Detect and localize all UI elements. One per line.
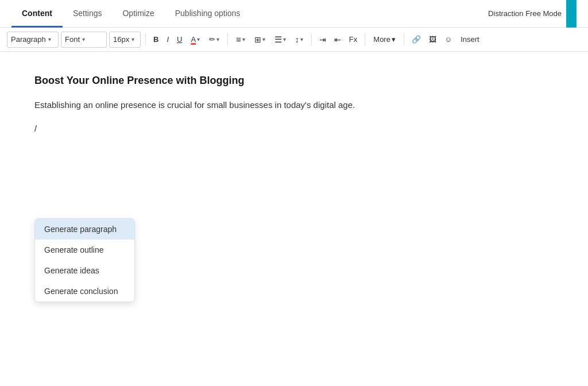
size-select[interactable]: 16px ▾: [109, 32, 141, 48]
emoji-icon: ☺: [444, 35, 452, 44]
italic-icon: I: [167, 35, 169, 44]
editor-cursor-line: /: [34, 123, 554, 133]
font-color-caret-icon: ▾: [197, 36, 200, 43]
more-button[interactable]: More ▾: [370, 32, 399, 48]
editor-area[interactable]: Boost Your Online Presence with Blogging…: [0, 52, 588, 339]
list-button[interactable]: ☰ ▾: [271, 32, 289, 48]
insert-label: Insert: [461, 35, 479, 44]
clear-format-icon: Fx: [349, 35, 357, 44]
ai-option-generate-outline[interactable]: Generate outline: [35, 240, 134, 260]
bold-icon: B: [153, 35, 158, 44]
link-button[interactable]: 🔗: [409, 32, 424, 48]
list-caret-icon: ▾: [283, 36, 286, 43]
line-height-icon: ↕: [295, 35, 299, 44]
distraction-free-label: Distraction Free Mode: [488, 9, 562, 18]
more-label: More: [373, 35, 390, 44]
distraction-free-section: Distraction Free Mode: [488, 0, 577, 28]
align-caret-icon: ▾: [242, 36, 245, 43]
list-icon: ☰: [274, 34, 282, 45]
ai-dropdown: Generate paragraph Generate outline Gene…: [34, 218, 135, 302]
indent-button[interactable]: ⇥: [316, 32, 329, 48]
columns-icon: ⊞: [254, 35, 261, 44]
font-caret-icon: ▾: [82, 36, 85, 43]
more-caret-icon: ▾: [392, 35, 396, 44]
line-height-button[interactable]: ↕ ▾: [292, 32, 307, 48]
tab-content[interactable]: Content: [11, 1, 63, 28]
editor-title: Boost Your Online Presence with Blogging: [34, 75, 554, 87]
underline-icon: U: [177, 35, 182, 44]
ai-option-generate-ideas[interactable]: Generate ideas: [35, 260, 134, 281]
font-select[interactable]: Font ▾: [61, 32, 107, 48]
line-height-caret-icon: ▾: [300, 36, 303, 43]
ai-option-generate-paragraph[interactable]: Generate paragraph: [35, 219, 134, 240]
size-caret-icon: ▾: [131, 36, 134, 43]
font-color-label: A: [191, 35, 196, 44]
size-select-label: 16px: [113, 35, 129, 44]
bold-button[interactable]: B: [150, 32, 161, 48]
font-color-button[interactable]: A ▾: [187, 32, 203, 48]
divider-1: [145, 33, 146, 46]
link-icon: 🔗: [412, 35, 421, 44]
italic-button[interactable]: I: [164, 32, 172, 48]
paragraph-caret-icon: ▾: [48, 36, 51, 43]
outdent-button[interactable]: ⇤: [331, 32, 344, 48]
clear-format-button[interactable]: Fx: [346, 32, 360, 48]
align-icon: ≡: [236, 34, 241, 44]
distraction-free-button[interactable]: [566, 0, 577, 28]
columns-caret-icon: ▾: [262, 36, 265, 43]
paragraph-select-label: Paragraph: [11, 35, 46, 44]
top-nav: Content Settings Optimize Publishing opt…: [0, 0, 588, 28]
emoji-button[interactable]: ☺: [442, 32, 455, 48]
indent-icon: ⇥: [319, 35, 326, 44]
underline-button[interactable]: U: [174, 32, 185, 48]
toolbar: Paragraph ▾ Font ▾ 16px ▾ B I U A ▾ ✏ ▾ …: [0, 28, 588, 52]
highlight-button[interactable]: ✏ ▾: [206, 32, 223, 48]
align-button[interactable]: ≡ ▾: [233, 32, 249, 48]
nav-tabs: Content Settings Optimize Publishing opt…: [11, 1, 488, 27]
tab-optimize[interactable]: Optimize: [112, 1, 164, 28]
outdent-icon: ⇤: [334, 35, 341, 44]
divider-3: [311, 33, 312, 46]
divider-5: [404, 33, 404, 46]
highlight-icon: ✏: [209, 35, 215, 44]
columns-button[interactable]: ⊞ ▾: [251, 32, 269, 48]
divider-2: [227, 33, 228, 46]
insert-button[interactable]: Insert: [457, 33, 483, 46]
image-icon: 🖼: [429, 35, 436, 44]
divider-4: [365, 33, 365, 46]
ai-option-generate-conclusion[interactable]: Generate conclusion: [35, 281, 134, 302]
image-button[interactable]: 🖼: [426, 32, 439, 48]
tab-publishing-options[interactable]: Publishing options: [165, 1, 251, 28]
editor-paragraph: Establishing an online presence is cruci…: [34, 98, 554, 112]
font-select-label: Font: [65, 35, 80, 44]
paragraph-select[interactable]: Paragraph ▾: [7, 32, 59, 48]
tab-settings[interactable]: Settings: [63, 1, 113, 28]
highlight-caret-icon: ▾: [216, 36, 219, 43]
